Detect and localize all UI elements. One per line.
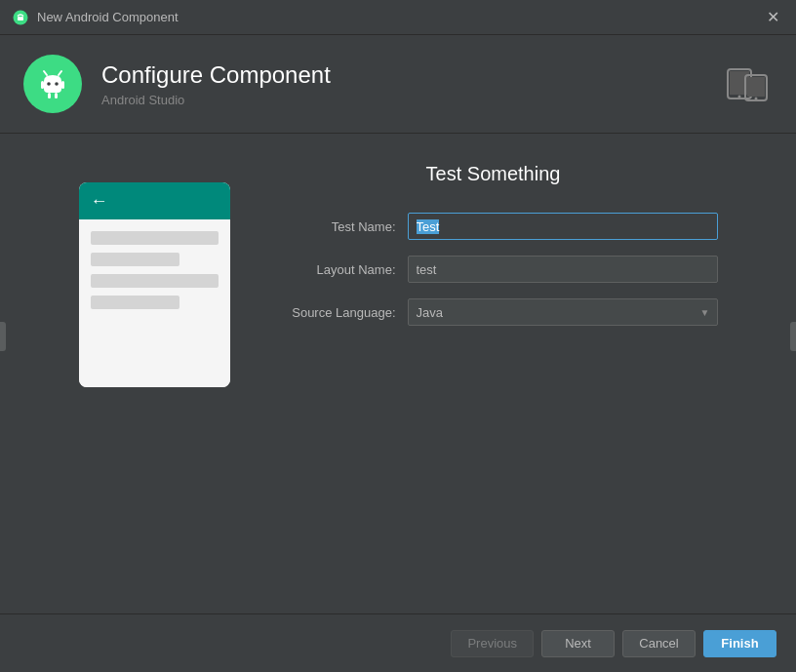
layout-name-input[interactable] <box>408 256 718 283</box>
svg-point-15 <box>755 98 758 100</box>
close-button[interactable]: ✕ <box>761 6 784 29</box>
phone-line-4 <box>91 296 180 309</box>
resize-handle-right[interactable] <box>790 322 796 351</box>
header-title: Configure Component <box>101 61 704 89</box>
svg-point-4 <box>47 82 51 86</box>
finish-button[interactable]: Finish <box>703 630 776 657</box>
device-icon <box>724 59 773 108</box>
header: Configure Component Android Studio <box>0 35 796 134</box>
source-language-select[interactable]: Java Kotlin <box>408 298 718 326</box>
test-name-input[interactable] <box>408 213 718 240</box>
android-logo <box>23 55 82 113</box>
svg-rect-8 <box>48 93 51 99</box>
cancel-button[interactable]: Cancel <box>622 630 696 657</box>
layout-name-row: Layout Name: <box>269 256 718 283</box>
svg-rect-6 <box>41 81 44 89</box>
phone-preview: ← <box>79 182 230 387</box>
form-section: Test Something Test Name: Layout Name: S… <box>269 163 718 341</box>
title-bar-icon <box>12 9 29 26</box>
svg-rect-7 <box>61 81 64 89</box>
phone-line-2 <box>91 253 180 266</box>
test-name-label: Test Name: <box>269 219 396 234</box>
source-language-row: Source Language: Java Kotlin ▼ <box>269 298 718 326</box>
back-arrow-icon: ← <box>91 191 108 212</box>
phone-content <box>79 219 230 387</box>
phone-topbar: ← <box>79 182 230 219</box>
next-button[interactable]: Next <box>541 630 615 657</box>
svg-rect-9 <box>55 93 58 99</box>
svg-rect-14 <box>747 77 765 97</box>
title-bar-title: New Android Component <box>37 10 761 24</box>
form-heading: Test Something <box>269 163 718 185</box>
resize-handle-left[interactable] <box>0 322 6 351</box>
test-name-row: Test Name: <box>269 213 718 240</box>
main-content: ← Test Something Test Name: Layout Name:… <box>0 134 796 613</box>
title-bar: New Android Component ✕ <box>0 0 796 35</box>
source-language-label: Source Language: <box>269 305 396 320</box>
phone-line-1 <box>91 231 219 245</box>
source-language-wrapper: Java Kotlin ▼ <box>408 298 718 326</box>
previous-button[interactable]: Previous <box>451 630 534 657</box>
svg-point-5 <box>55 82 59 86</box>
header-subtitle: Android Studio <box>101 93 704 107</box>
layout-name-label: Layout Name: <box>269 262 396 277</box>
header-text: Configure Component Android Studio <box>101 61 704 107</box>
svg-rect-3 <box>18 17 23 20</box>
svg-point-12 <box>738 96 741 99</box>
phone-line-3 <box>91 274 219 288</box>
footer: Previous Next Cancel Finish <box>0 613 796 672</box>
